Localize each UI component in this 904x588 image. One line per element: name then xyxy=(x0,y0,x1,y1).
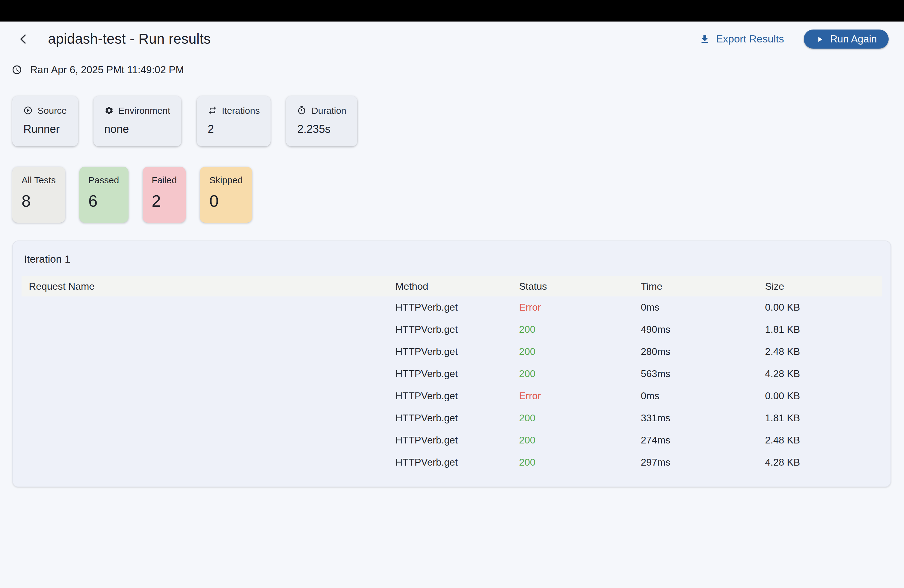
cell-method: HTTPVerb.get xyxy=(395,324,519,335)
window-top-bar xyxy=(0,0,904,22)
run-info-card-header: Duration xyxy=(297,105,346,115)
run-info-card: Iterations 2 xyxy=(197,96,271,146)
result-table-row[interactable]: HTTPVerb.get Error 0ms 0.00 KB xyxy=(22,385,882,407)
run-again-button[interactable]: Run Again xyxy=(804,30,889,49)
summary-card-label: Skipped xyxy=(209,175,243,185)
result-table-row[interactable]: HTTPVerb.get 200 274ms 2.48 KB xyxy=(22,429,882,452)
summary-card[interactable]: Passed 6 xyxy=(79,167,128,223)
app-window: apidash-test - Run results Export Result… xyxy=(0,0,904,588)
info-card-icon xyxy=(208,106,217,115)
cell-status: 200 xyxy=(519,368,641,379)
play-icon xyxy=(815,35,824,43)
cell-method: HTTPVerb.get xyxy=(395,390,519,401)
summary-card-label: Passed xyxy=(88,175,119,185)
cell-status: 200 xyxy=(519,457,641,468)
cell-method: HTTPVerb.get xyxy=(395,435,519,446)
download-icon xyxy=(700,33,711,44)
cell-time: 274ms xyxy=(641,435,765,446)
cell-size: 1.81 KB xyxy=(765,413,882,424)
info-card-icon xyxy=(104,106,114,115)
cell-method: HTTPVerb.get xyxy=(395,302,519,313)
info-card-label: Environment xyxy=(119,105,170,115)
column-header-method: Method xyxy=(395,281,519,292)
info-card-label: Iterations xyxy=(222,105,260,115)
column-header-size: Size xyxy=(765,281,882,292)
summary-card-value: 8 xyxy=(22,192,56,211)
iteration-results-panel: Iteration 1 Request Name Method Status T… xyxy=(12,240,891,487)
summary-card-label: Failed xyxy=(152,175,177,185)
summary-card[interactable]: Skipped 0 xyxy=(200,167,252,223)
export-results-label: Export Results xyxy=(716,33,784,45)
result-table-row[interactable]: HTTPVerb.get 200 280ms 2.48 KB xyxy=(22,341,882,363)
cell-size: 1.81 KB xyxy=(765,324,882,335)
results-table-header: Request Name Method Status Time Size xyxy=(22,276,882,296)
result-table-row[interactable]: HTTPVerb.get 200 490ms 1.81 KB xyxy=(22,319,882,341)
column-header-time: Time xyxy=(641,281,765,292)
back-button[interactable] xyxy=(14,30,32,48)
run-info-card: Environment none xyxy=(93,96,181,146)
info-card-value: 2 xyxy=(208,123,260,136)
cell-time: 331ms xyxy=(641,413,765,424)
cell-size: 0.00 KB xyxy=(765,390,882,401)
cell-status: 200 xyxy=(519,435,641,446)
page-title: apidash-test - Run results xyxy=(48,31,211,47)
summary-card-value: 2 xyxy=(152,192,177,211)
cell-method: HTTPVerb.get xyxy=(395,346,519,357)
result-table-row[interactable]: HTTPVerb.get 200 297ms 4.28 KB xyxy=(22,452,882,474)
run-timestamp: Ran Apr 6, 2025 PMt 11:49:02 PM xyxy=(12,64,904,76)
run-info-card-header: Environment xyxy=(104,105,170,115)
cell-status: 200 xyxy=(519,413,641,424)
cell-method: HTTPVerb.get xyxy=(395,413,519,424)
cell-size: 0.00 KB xyxy=(765,302,882,313)
info-card-value: none xyxy=(104,123,170,136)
run-timestamp-text: Ran Apr 6, 2025 PMt 11:49:02 PM xyxy=(30,64,184,76)
info-card-label: Source xyxy=(38,105,67,115)
export-results-button[interactable]: Export Results xyxy=(696,30,788,47)
info-card-icon xyxy=(24,106,33,115)
summary-card[interactable]: Failed 2 xyxy=(142,167,186,223)
column-header-status: Status xyxy=(519,281,641,292)
cell-method: HTTPVerb.get xyxy=(395,368,519,379)
run-info-cards: Source Runner Environment none Iteration… xyxy=(12,96,904,146)
run-info-card: Source Runner xyxy=(12,96,78,146)
info-card-value: Runner xyxy=(24,123,67,136)
cell-size: 4.28 KB xyxy=(765,457,882,468)
cell-status: Error xyxy=(519,390,641,401)
cell-time: 280ms xyxy=(641,346,765,357)
run-again-label: Run Again xyxy=(830,33,877,45)
result-table-row[interactable]: HTTPVerb.get Error 0ms 0.00 KB xyxy=(22,296,882,319)
page-header: apidash-test - Run results Export Result… xyxy=(0,22,904,49)
test-summary-cards: All Tests 8 Passed 6 Failed 2 Skipped 0 xyxy=(12,167,904,223)
summary-card-value: 0 xyxy=(209,192,243,211)
results-table-body: HTTPVerb.get Error 0ms 0.00 KB HTTPVerb.… xyxy=(22,296,882,474)
cell-status: Error xyxy=(519,302,641,313)
chevron-left-icon xyxy=(17,33,28,45)
cell-size: 2.48 KB xyxy=(765,435,882,446)
cell-method: HTTPVerb.get xyxy=(395,457,519,468)
column-header-request-name: Request Name xyxy=(29,281,395,292)
cell-size: 4.28 KB xyxy=(765,368,882,379)
summary-card[interactable]: All Tests 8 xyxy=(12,167,65,223)
result-table-row[interactable]: HTTPVerb.get 200 331ms 1.81 KB xyxy=(22,407,882,429)
clock-icon xyxy=(12,65,22,75)
cell-status: 200 xyxy=(519,324,641,335)
info-card-icon xyxy=(297,106,307,115)
run-info-card: Duration 2.235s xyxy=(286,96,357,146)
cell-status: 200 xyxy=(519,346,641,357)
cell-time: 563ms xyxy=(641,368,765,379)
iteration-title: Iteration 1 xyxy=(24,253,882,266)
cell-time: 0ms xyxy=(641,302,765,313)
cell-time: 0ms xyxy=(641,390,765,401)
result-table-row[interactable]: HTTPVerb.get 200 563ms 4.28 KB xyxy=(22,363,882,385)
summary-card-label: All Tests xyxy=(22,175,56,185)
run-info-card-header: Iterations xyxy=(208,105,260,115)
cell-size: 2.48 KB xyxy=(765,346,882,357)
summary-card-value: 6 xyxy=(88,192,119,211)
cell-time: 297ms xyxy=(641,457,765,468)
cell-time: 490ms xyxy=(641,324,765,335)
info-card-value: 2.235s xyxy=(297,123,346,136)
run-info-card-header: Source xyxy=(24,105,67,115)
info-card-label: Duration xyxy=(311,105,346,115)
